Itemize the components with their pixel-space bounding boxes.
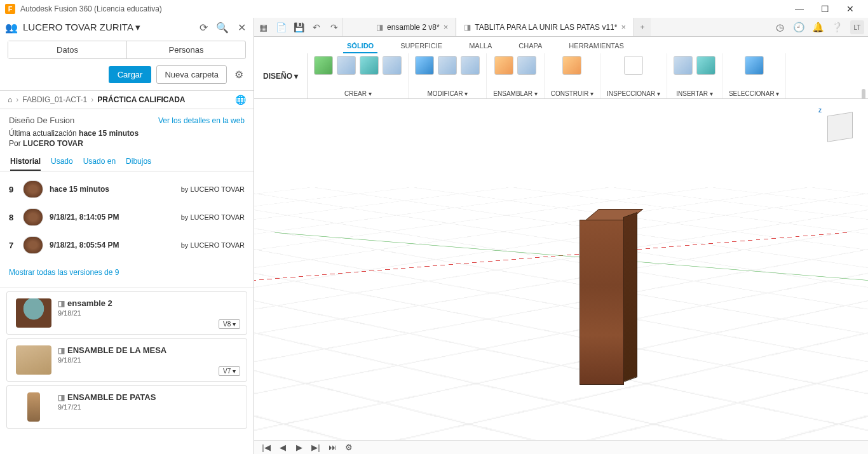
- breadcrumb-current[interactable]: PRÁCTICA CALIFICADA: [97, 95, 185, 104]
- grid-apps-icon[interactable]: ▦: [254, 18, 272, 36]
- history-item[interactable]: 7 9/18/21, 8:05:54 PM by LUCERO TOVAR: [0, 231, 254, 259]
- subtab-usado-en[interactable]: Usado en: [83, 157, 116, 171]
- app-logo-icon: F: [5, 4, 15, 14]
- fillet-icon[interactable]: [438, 56, 457, 75]
- notifications-icon[interactable]: 🔔: [808, 18, 827, 36]
- viewport-canvas[interactable]: z |◀ ◀ ▶ ▶| ⏭ ⚙: [254, 99, 868, 454]
- timeline-settings-icon[interactable]: ⚙: [343, 443, 355, 452]
- close-panel-icon[interactable]: ✕: [234, 20, 248, 34]
- breadcrumb-project[interactable]: FABDIG_01-ACT-1: [22, 95, 87, 104]
- version-thumb-icon: [23, 236, 43, 254]
- workspace-switcher[interactable]: DISEÑO ▾: [254, 53, 308, 98]
- ribbon-group-construir: CONSTRUIR ▾: [545, 53, 600, 98]
- close-tab-icon[interactable]: ×: [444, 22, 449, 32]
- ribbon-tab-malla[interactable]: MALLA: [465, 39, 496, 53]
- shell-icon[interactable]: [461, 56, 480, 75]
- user-avatar[interactable]: LT: [850, 20, 864, 34]
- extensions-icon[interactable]: ◷: [770, 18, 789, 36]
- document-tab[interactable]: ◨ ensamble 2 v8* ×: [369, 18, 456, 36]
- grid-plane: [254, 187, 868, 454]
- document-tab-active[interactable]: ◨ TABLITA PARA LA UNIR LAS PATAS v11* ×: [456, 18, 634, 36]
- minimize-button[interactable]: —: [787, 0, 812, 18]
- related-item[interactable]: ◨ensamble 2 9/18/21 V8 ▾: [6, 291, 247, 335]
- joint-icon[interactable]: [494, 56, 513, 75]
- data-panel-header: 👥 LUCERO TOVAR ZURITA ▾ ⟳ 🔍 ✕: [0, 18, 254, 37]
- jobs-icon[interactable]: 🕘: [789, 18, 808, 36]
- ribbon-group-modificar: MODIFICAR ▾: [409, 53, 487, 98]
- actions-row: Cargar Nueva carpeta ⚙: [0, 63, 254, 90]
- ribbon-tab-herramientas[interactable]: HERRAMIENTAS: [565, 39, 628, 53]
- extrude-icon[interactable]: [337, 56, 356, 75]
- team-name[interactable]: LUCERO TOVAR ZURITA ▾: [23, 22, 191, 33]
- ribbon-tab-chapa[interactable]: CHAPA: [515, 39, 546, 53]
- timeline-start-icon[interactable]: |◀: [261, 443, 272, 452]
- search-icon[interactable]: 🔍: [215, 20, 229, 34]
- timeline-play-icon[interactable]: ▶: [294, 443, 305, 452]
- workspace: ▦ 📄 💾 ↶ ↷ ◨ ensamble 2 v8* × ◨ TABLITA P…: [254, 18, 868, 454]
- cube-icon: ◨: [58, 299, 65, 308]
- revolve-icon[interactable]: [360, 56, 379, 75]
- home-icon[interactable]: ⌂: [8, 95, 12, 104]
- subtab-usado[interactable]: Usado: [51, 157, 73, 171]
- new-tab-button[interactable]: +: [634, 18, 651, 36]
- box-icon[interactable]: [383, 56, 402, 75]
- panel-tabs: Datos Personas: [8, 41, 246, 59]
- maximize-button[interactable]: ☐: [812, 0, 837, 18]
- z-axis-label: z: [818, 107, 822, 114]
- insert-image-icon[interactable]: [696, 56, 715, 75]
- view-web-link[interactable]: Ver los detalles en la web: [158, 116, 245, 125]
- team-icon[interactable]: 👥: [5, 22, 18, 34]
- cube-icon: ◨: [376, 23, 383, 32]
- breadcrumb: ⌂ › FABDIG_01-ACT-1 › PRÁCTICA CALIFICAD…: [0, 90, 254, 109]
- ribbon-group-inspeccionar: INSPECCIONAR ▾: [600, 53, 667, 98]
- subtab-historial[interactable]: Historial: [10, 157, 41, 171]
- gear-icon[interactable]: ⚙: [232, 66, 246, 83]
- version-thumb-icon: [23, 208, 43, 226]
- presspull-icon[interactable]: [415, 56, 434, 75]
- show-all-versions-link[interactable]: Mostrar todas las versiones de 9: [0, 263, 254, 287]
- version-thumb-icon: [23, 180, 43, 198]
- plane-icon[interactable]: [562, 56, 581, 75]
- select-icon[interactable]: [745, 56, 764, 75]
- insert-derive-icon[interactable]: [674, 56, 693, 75]
- timeline-next-icon[interactable]: ▶|: [310, 443, 322, 452]
- version-badge[interactable]: V8 ▾: [219, 319, 240, 329]
- title-bar: F Autodesk Fusion 360 (Licencia educativ…: [0, 0, 868, 18]
- new-folder-button[interactable]: Nueva carpeta: [156, 65, 227, 84]
- view-cube[interactable]: z: [822, 109, 858, 145]
- version-badge[interactable]: V7 ▾: [219, 366, 240, 376]
- subtab-dibujos[interactable]: Dibujos: [126, 157, 151, 171]
- ribbon-tab-superficie[interactable]: SUPERFICIE: [397, 39, 446, 53]
- history-item[interactable]: 9 hace 15 minutos by LUCERO TOVAR: [0, 175, 254, 203]
- measure-icon[interactable]: [624, 56, 643, 75]
- asbuilt-joint-icon[interactable]: [517, 56, 536, 75]
- tab-personas[interactable]: Personas: [127, 41, 245, 58]
- close-window-button[interactable]: ✕: [837, 0, 863, 18]
- history-item[interactable]: 8 9/18/21, 8:14:05 PM by LUCERO TOVAR: [0, 203, 254, 231]
- save-icon[interactable]: 💾: [290, 18, 308, 36]
- related-item[interactable]: ◨ENSAMBLE DE PATAS 9/17/21: [6, 385, 247, 429]
- ribbon-toolbar: DISEÑO ▾ CREAR ▾ MODIFICAR ▾: [254, 53, 868, 99]
- cube-icon: ◨: [58, 393, 65, 402]
- timeline-playback: |◀ ◀ ▶ ▶| ⏭ ⚙: [254, 440, 868, 454]
- file-icon[interactable]: 📄: [272, 18, 290, 36]
- close-tab-icon[interactable]: ×: [621, 22, 626, 32]
- design-author: Por LUCERO TOVAR: [9, 139, 245, 148]
- related-designs: ◨ensamble 2 9/18/21 V8 ▾ ◨ENSAMBLE DE LA…: [0, 287, 254, 432]
- tab-datos[interactable]: Datos: [8, 41, 127, 58]
- model-body[interactable]: [580, 220, 630, 397]
- sketch-icon[interactable]: [314, 56, 333, 75]
- globe-icon[interactable]: 🌐: [235, 95, 246, 105]
- refresh-icon[interactable]: ⟳: [196, 20, 210, 34]
- upload-button[interactable]: Cargar: [109, 66, 152, 83]
- timeline-end-icon[interactable]: ⏭: [327, 443, 338, 452]
- timeline-prev-icon[interactable]: ◀: [277, 443, 288, 452]
- history-list: 9 hace 15 minutos by LUCERO TOVAR 8 9/18…: [0, 171, 254, 263]
- document-tabs-bar: ▦ 📄 💾 ↶ ↷ ◨ ensamble 2 v8* × ◨ TABLITA P…: [254, 18, 868, 37]
- ribbon-group-crear: CREAR ▾: [308, 53, 409, 98]
- redo-icon[interactable]: ↷: [325, 18, 343, 36]
- undo-icon[interactable]: ↶: [308, 18, 325, 36]
- ribbon-tab-solido[interactable]: SÓLIDO: [343, 39, 377, 53]
- related-item[interactable]: ◨ENSAMBLE DE LA MESA 9/18/21 V7 ▾: [6, 338, 247, 382]
- help-icon[interactable]: ❔: [827, 18, 846, 36]
